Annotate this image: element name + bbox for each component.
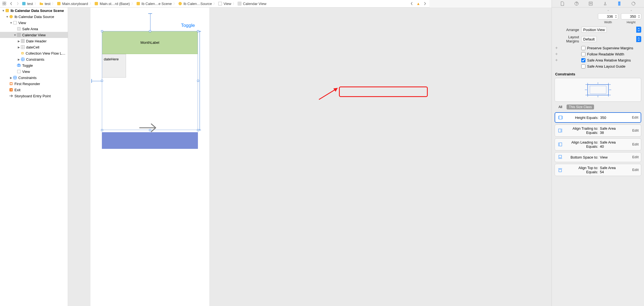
outline-row[interactable]: ▶Collection View Flow Lay… [0, 50, 68, 56]
crumb-vc[interactable]: Ib Calen…Source [177, 1, 213, 6]
outline-row[interactable]: ▶dateCell [0, 44, 68, 50]
outline-label: dateCell [26, 45, 39, 49]
svg-text:B: B [18, 63, 20, 67]
disclosure-triangle[interactable]: ▶ [9, 76, 13, 79]
outline-label: Ib Calendar Data Source [14, 15, 54, 19]
outline-row[interactable]: ▼Ib Calendar Data Source Scene [0, 7, 68, 14]
crumb-view[interactable]: View [217, 1, 232, 6]
warning-icon[interactable]: ▲ [416, 1, 421, 6]
crumb-label: Ib Calen…Source [183, 2, 212, 6]
outline-row[interactable]: ▶View [0, 68, 68, 75]
outline-label: View [18, 21, 26, 25]
document-outline[interactable]: ▼Ib Calendar Data Source Scene▼Ib Calend… [0, 7, 68, 204]
guide-leading [92, 81, 102, 81]
disclosure-triangle[interactable]: ▼ [13, 34, 17, 37]
outline-row[interactable]: ▶First Responder [0, 81, 68, 87]
crumb-label: Main.st…rd (Base) [100, 2, 130, 6]
resize-handle[interactable] [197, 30, 199, 32]
back-button[interactable] [9, 1, 14, 6]
toggle-button[interactable]: Toggle [181, 23, 195, 28]
svg-point-43 [10, 83, 12, 85]
entry-icon [9, 94, 13, 98]
crumb-label: Calendar View [243, 2, 266, 6]
outline-row[interactable]: ▶Storyboard Entry Point [0, 93, 68, 99]
button-icon: B [17, 63, 21, 68]
crumb-calendar[interactable]: Calendar View [237, 1, 267, 6]
outline-label: Calendar View [22, 33, 46, 37]
outline-row[interactable]: ▶Date Header [0, 38, 68, 44]
svg-rect-18 [17, 27, 21, 30]
outline-label: Collection View Flow Lay… [26, 51, 67, 55]
crumb-label: Ib Calen…e Scene [142, 2, 172, 6]
crumb-folder[interactable]: test [39, 1, 51, 6]
issue-back-button[interactable] [409, 1, 414, 6]
outline-label: Storyboard Entry Point [14, 94, 51, 98]
svg-rect-7 [137, 2, 140, 5]
outline-label: View [22, 70, 30, 74]
outline-row[interactable]: ▶BToggle [0, 62, 68, 68]
outline-row[interactable]: ▼Ib Calendar Data Source [0, 14, 68, 20]
outline-row[interactable]: ▼View [0, 20, 68, 26]
svg-rect-4 [22, 2, 26, 5]
outline-label: Constraints [18, 76, 37, 80]
svg-rect-20 [17, 33, 21, 37]
resize-handle[interactable] [101, 80, 103, 82]
svg-point-16 [9, 15, 13, 18]
resize-handle[interactable] [197, 80, 199, 82]
resize-handle[interactable] [101, 129, 103, 131]
svg-rect-19 [18, 28, 20, 30]
guide-trailing [200, 31, 200, 130]
view-icon [13, 21, 17, 25]
breadcrumb-bar: test 〉 test 〉 Main.storyboard 〉 Main.st…… [0, 0, 429, 7]
svg-rect-5 [57, 2, 61, 5]
outline-row[interactable]: ▼Calendar View [0, 32, 68, 38]
issue-forward-button[interactable] [422, 1, 427, 6]
safearea-icon [17, 27, 21, 31]
flow-icon [20, 51, 24, 55]
svg-rect-3 [4, 4, 6, 5]
svg-rect-17 [14, 21, 17, 24]
month-label-text: MonthLabel [140, 40, 159, 45]
outline-label: Date Header [26, 39, 47, 43]
guide-top [150, 14, 150, 31]
crumb-root[interactable]: test [21, 1, 34, 6]
calendar-icon [17, 33, 21, 37]
disclosure-triangle[interactable]: ▶ [17, 40, 21, 43]
crumb-storyboard[interactable]: Main.storyboard [56, 1, 89, 6]
bottom-view[interactable] [102, 132, 198, 149]
cell-icon [21, 45, 25, 49]
resize-handle[interactable] [101, 30, 103, 32]
constraints-icon [13, 75, 17, 80]
device-stage: Toggle MonthLabel dateHere [90, 7, 209, 204]
forward-button[interactable] [15, 1, 20, 6]
disclosure-triangle[interactable]: ▼ [2, 9, 5, 12]
crumb-label: View [223, 2, 231, 6]
outline-label: Constraints [26, 57, 44, 62]
svg-point-33 [22, 53, 23, 54]
crumb-scene[interactable]: Ib Calen…e Scene [135, 1, 172, 6]
outline-row[interactable]: ▶Constraints [0, 56, 68, 62]
related-items-icon[interactable] [2, 1, 7, 6]
scene-icon [5, 8, 9, 13]
exit-icon [9, 88, 13, 92]
disclosure-triangle[interactable]: ▶ [17, 58, 21, 61]
disclosure-triangle[interactable]: ▶ [17, 46, 21, 49]
outline-row[interactable]: ▶Constraints [0, 75, 68, 81]
canvas[interactable]: Toggle MonthLabel dateHere [68, 7, 429, 204]
disclosure-triangle[interactable]: ▼ [9, 21, 13, 24]
outline-label: Exit [14, 88, 21, 92]
crumb-base[interactable]: Main.st…rd (Base) [94, 1, 130, 6]
svg-rect-39 [17, 70, 21, 73]
date-cell[interactable]: dateHere [102, 54, 126, 78]
month-label[interactable]: MonthLabel [102, 31, 198, 54]
resize-handle[interactable] [197, 129, 199, 131]
resize-handle[interactable] [149, 30, 151, 32]
crumb-label: Main.storyboard [62, 2, 88, 6]
svg-rect-6 [95, 2, 98, 5]
svg-rect-1 [4, 2, 6, 3]
outline-row[interactable]: ▶Safe Area [0, 26, 68, 32]
outline-row[interactable]: ▶Exit [0, 87, 68, 93]
disclosure-triangle[interactable]: ▼ [6, 15, 9, 18]
svg-point-8 [178, 2, 182, 5]
constraints-icon [21, 57, 25, 62]
